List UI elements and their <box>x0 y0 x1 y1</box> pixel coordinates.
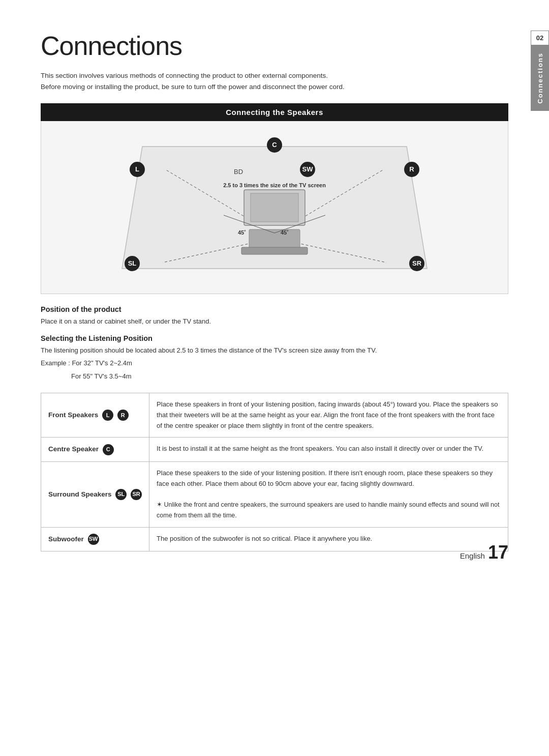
chapter-number: 02 <box>531 31 549 45</box>
chapter-label: Connections <box>533 45 547 111</box>
bd-label: BD <box>234 168 243 176</box>
badge-SL: SL <box>115 489 127 500</box>
table-row: Centre Speaker C It is best to install i… <box>41 438 508 461</box>
listening-heading: Selecting the Listening Position <box>41 334 508 342</box>
subwoofer-label: Subwoofer SW <box>41 527 149 551</box>
subwoofer-desc: The position of the subwoofer is not so … <box>149 527 508 551</box>
angle-left: 45˚ <box>238 229 246 236</box>
badge-SW: SW <box>88 534 99 545</box>
speaker-badge-SR: SR <box>409 256 424 271</box>
badge-C: C <box>103 444 114 455</box>
speaker-table: Front Speakers L R Place these speakers … <box>41 393 508 551</box>
svg-line-4 <box>290 169 384 225</box>
badge-R: R <box>117 410 129 421</box>
side-tab: 02 Connections <box>531 31 549 111</box>
footer-page-number: 17 <box>488 543 508 562</box>
svg-line-3 <box>165 169 259 225</box>
centre-speaker-label: Centre Speaker C <box>41 438 149 461</box>
intro-text: This section involves various methods of… <box>41 70 508 92</box>
speaker-badge-R: R <box>404 162 419 177</box>
listening-line1: The listening position should be located… <box>41 345 508 356</box>
footer-english-label: English <box>460 551 485 560</box>
surround-note: ✶ Unlike the front and centre speakers, … <box>157 501 499 519</box>
front-speakers-label: Front Speakers L R <box>41 393 149 437</box>
table-row: Front Speakers L R Place these speakers … <box>41 393 508 437</box>
listening-line2: Example : For 32" TV's 2~2.4m <box>41 358 508 368</box>
page-footer: English 17 <box>460 543 508 562</box>
angle-right: 45˚ <box>281 229 289 236</box>
diagram-inner: C L R SW SL SR BD 2.5 to 3 times the siz… <box>102 131 447 284</box>
screen-size-label: 2.5 to 3 times the size of the TV screen <box>223 182 326 188</box>
svg-rect-7 <box>249 229 300 250</box>
table-row: Subwoofer SW The position of the subwoof… <box>41 527 508 551</box>
speaker-badge-SL: SL <box>125 256 140 271</box>
speaker-diagram: C L R SW SL SR BD 2.5 to 3 times the siz… <box>41 121 508 294</box>
section-header: Connecting the Speakers <box>41 103 508 121</box>
svg-rect-8 <box>241 247 308 254</box>
front-speakers-desc: Place these speakers in front of your li… <box>149 393 508 437</box>
svg-rect-6 <box>251 193 298 222</box>
badge-SR: SR <box>131 489 142 500</box>
position-text: Place it on a stand or cabinet shelf, or… <box>41 316 508 327</box>
svg-rect-5 <box>244 190 305 225</box>
svg-marker-0 <box>122 147 427 269</box>
speaker-badge-C: C <box>267 137 282 153</box>
badge-L: L <box>102 410 113 421</box>
svg-line-1 <box>163 238 274 263</box>
page-title: Connections <box>41 31 508 61</box>
speaker-badge-SW: SW <box>300 162 315 177</box>
svg-line-2 <box>274 238 386 263</box>
table-row: Surround Speakers SL SR Place these spea… <box>41 461 508 527</box>
speaker-badge-L: L <box>130 162 145 177</box>
svg-line-9 <box>224 215 274 233</box>
surround-speakers-label: Surround Speakers SL SR <box>41 461 149 527</box>
position-heading: Position of the product <box>41 305 508 313</box>
surround-speakers-desc: Place these speakers to the side of your… <box>149 461 508 527</box>
listening-line3: For 55" TV's 3.5~4m <box>71 371 508 382</box>
centre-speaker-desc: It is best to install it at the same hei… <box>149 438 508 461</box>
